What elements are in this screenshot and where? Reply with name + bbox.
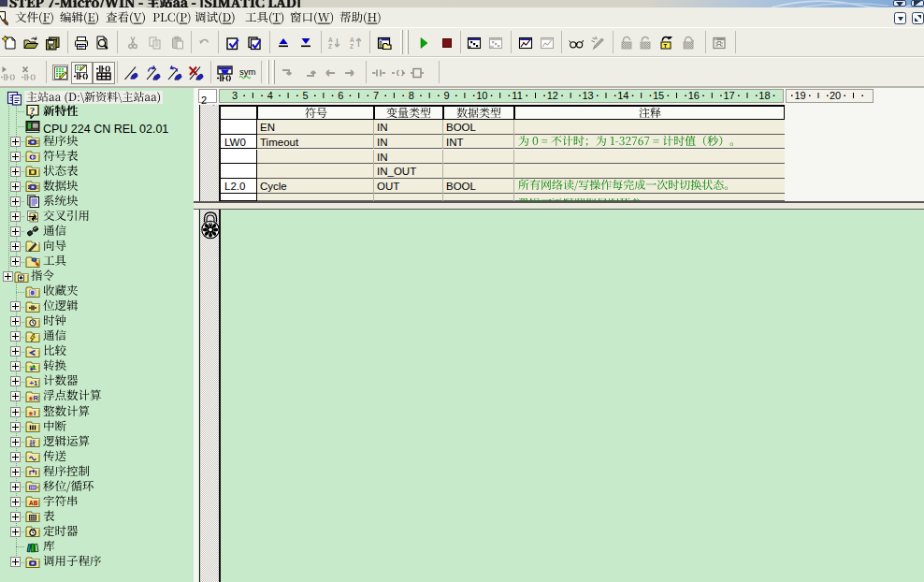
- svg-text:A: A: [328, 36, 333, 43]
- svg-text:7: 7: [373, 90, 379, 101]
- svg-text:±: ±: [29, 395, 33, 401]
- svg-text:4: 4: [267, 90, 273, 101]
- svg-text:14: 14: [617, 90, 628, 101]
- svg-text:10: 10: [476, 90, 487, 101]
- svg-text:6: 6: [338, 90, 343, 101]
- svg-text:18: 18: [758, 90, 770, 101]
- svg-text:15: 15: [653, 90, 664, 101]
- svg-text:5: 5: [302, 90, 308, 101]
- svg-text:19: 19: [794, 90, 805, 101]
- svg-text:01: 01: [30, 443, 36, 448]
- svg-text:8: 8: [409, 90, 414, 101]
- svg-text:Z: Z: [328, 43, 332, 50]
- svg-text:A: A: [350, 36, 354, 43]
- svg-text:Z: Z: [350, 43, 354, 50]
- svg-text:13: 13: [582, 90, 593, 101]
- svg-text:20: 20: [830, 90, 841, 101]
- svg-text:3: 3: [232, 90, 238, 101]
- svg-text:T: T: [664, 43, 668, 49]
- svg-text:12: 12: [547, 90, 558, 101]
- svg-text:?: ?: [30, 105, 36, 116]
- svg-text:+1: +1: [30, 379, 38, 387]
- svg-text:R: R: [34, 394, 39, 402]
- svg-text:16: 16: [688, 90, 700, 101]
- svg-text:17: 17: [724, 90, 735, 101]
- svg-text:9: 9: [443, 90, 449, 101]
- svg-text:AB: AB: [29, 500, 38, 506]
- svg-text:I: I: [34, 409, 36, 417]
- svg-text:11: 11: [512, 90, 522, 101]
- svg-text:±: ±: [29, 410, 33, 416]
- svg-text:sym: sym: [239, 66, 256, 77]
